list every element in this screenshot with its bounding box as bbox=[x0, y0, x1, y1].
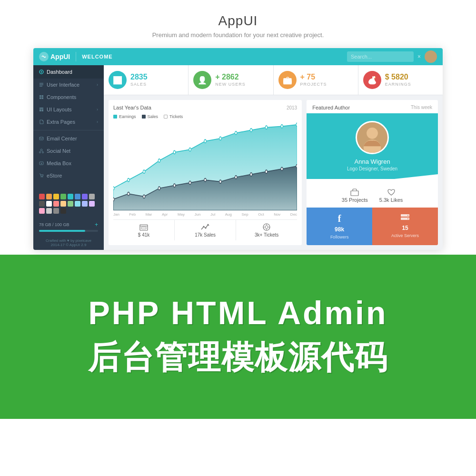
svg-point-32 bbox=[281, 125, 283, 128]
svg-point-3 bbox=[41, 71, 42, 73]
search-input[interactable] bbox=[347, 51, 414, 62]
svg-point-27 bbox=[204, 139, 206, 143]
sidebar-nav: User Interface › Components UI Layouts bbox=[33, 79, 104, 190]
sidebar: Dashboard User Interface › Components bbox=[33, 65, 104, 250]
facebook-button[interactable]: f 98k Followers bbox=[307, 208, 372, 245]
avatar[interactable] bbox=[425, 50, 437, 63]
sidebar-item-media-box[interactable]: Media Box bbox=[33, 157, 104, 169]
svg-point-13 bbox=[40, 152, 41, 153]
svg-point-23 bbox=[143, 170, 145, 173]
mini-stat-earnings-value: $ 41k bbox=[138, 232, 149, 238]
author-stat-projects: 35 Projects bbox=[342, 188, 368, 203]
color-palette bbox=[33, 190, 104, 218]
stat-info: + 75 PROJECTS bbox=[300, 73, 327, 87]
svg-point-29 bbox=[235, 131, 237, 135]
palette-color[interactable] bbox=[60, 208, 66, 214]
palette-color[interactable] bbox=[53, 208, 59, 214]
svg-point-25 bbox=[173, 150, 175, 154]
palette-color[interactable] bbox=[53, 194, 59, 199]
mini-stat-sales-value: 17k Sales bbox=[195, 232, 216, 238]
author-projects-value: 35 Projects bbox=[342, 197, 368, 203]
stat-icon: 📈 bbox=[109, 71, 127, 89]
palette-color[interactable] bbox=[46, 201, 52, 207]
stat-number: $ 5820 bbox=[385, 73, 411, 81]
palette-color[interactable] bbox=[75, 194, 80, 199]
palette-color[interactable] bbox=[53, 201, 59, 207]
active-servers-label: Active Servers bbox=[391, 233, 419, 238]
sidebar-item-email-center[interactable]: Email Center bbox=[33, 132, 104, 145]
stats-row: 📈 2835 SALES 👤 + 2862 NEW USERS 💼 + 75 P… bbox=[104, 65, 443, 95]
palette-color[interactable] bbox=[39, 194, 45, 199]
palette-color[interactable] bbox=[39, 201, 45, 207]
close-icon[interactable]: × bbox=[417, 53, 421, 60]
stat-info: 2835 SALES bbox=[130, 73, 148, 87]
sidebar-item-user-interface[interactable]: User Interface › bbox=[33, 79, 104, 91]
legend-sales-dot bbox=[142, 115, 146, 119]
svg-point-42 bbox=[235, 176, 237, 179]
stat-info: $ 5820 EARNINGS bbox=[385, 73, 411, 87]
stat-item: 📈 2835 SALES bbox=[104, 65, 188, 95]
svg-rect-6 bbox=[40, 98, 41, 99]
sidebar-dashboard[interactable]: Dashboard bbox=[33, 65, 104, 79]
svg-point-31 bbox=[265, 126, 267, 129]
svg-point-36 bbox=[143, 195, 145, 198]
palette-color[interactable] bbox=[82, 194, 88, 199]
chart-svg bbox=[113, 122, 297, 210]
sidebar-item-estore[interactable]: eStore bbox=[33, 169, 104, 182]
legend-tickets-dot bbox=[164, 115, 168, 119]
palette-color[interactable] bbox=[60, 194, 66, 199]
chart-year: 2013 bbox=[287, 105, 297, 110]
svg-rect-8 bbox=[40, 108, 43, 109]
banner-line2: 后台管理模板源代码 bbox=[88, 336, 388, 379]
palette-color[interactable] bbox=[46, 208, 52, 214]
palette-color[interactable] bbox=[39, 208, 45, 214]
active-servers-value: 15 bbox=[402, 225, 408, 231]
palette-color[interactable] bbox=[60, 201, 66, 207]
storage-label: 78 GB / 100 GB bbox=[39, 222, 69, 227]
legend-earnings: Earnings bbox=[113, 114, 136, 119]
palette-color[interactable] bbox=[89, 194, 95, 199]
mini-stat-earnings: $ 41k bbox=[113, 220, 175, 240]
topbar-divider bbox=[76, 52, 76, 61]
svg-point-53 bbox=[265, 226, 268, 228]
top-section: AppUI Premium and modern foundation for … bbox=[0, 0, 476, 48]
sidebar-item-social-net[interactable]: Social Net bbox=[33, 145, 104, 157]
svg-point-40 bbox=[204, 178, 206, 182]
banner-line1: PHP HTML Admin bbox=[89, 294, 388, 331]
svg-point-19 bbox=[41, 177, 42, 178]
footer-line1: Crafted with ♥ by pixelcave bbox=[39, 238, 98, 243]
sidebar-item-components[interactable]: Components bbox=[33, 91, 104, 103]
svg-point-39 bbox=[189, 181, 191, 184]
sidebar-item-extra-pages[interactable]: Extra Pages › bbox=[33, 116, 104, 128]
author-name: Anna Wigren bbox=[355, 158, 390, 165]
palette-color[interactable] bbox=[46, 194, 52, 199]
svg-rect-10 bbox=[42, 109, 44, 112]
chart-panel-header: Last Year's Data 2013 bbox=[113, 105, 297, 110]
palette-color[interactable] bbox=[68, 194, 73, 199]
stat-number: + 75 bbox=[300, 73, 327, 81]
storage-bar-bg bbox=[39, 230, 98, 232]
palette-color[interactable] bbox=[89, 201, 95, 207]
sidebar-item-ui-layouts[interactable]: UI Layouts › bbox=[33, 103, 104, 116]
author-panel-title: Featured Author bbox=[312, 105, 350, 110]
svg-point-24 bbox=[158, 159, 160, 162]
content-area: 📈 2835 SALES 👤 + 2862 NEW USERS 💼 + 75 P… bbox=[104, 65, 443, 250]
svg-point-20 bbox=[42, 177, 43, 178]
topbar-welcome: WELCOME bbox=[82, 54, 112, 60]
servers-button[interactable]: 15 Active Servers bbox=[372, 208, 438, 245]
chart-legend: Earnings Sales Tickets bbox=[113, 114, 297, 119]
main-layout: Dashboard User Interface › Components bbox=[33, 65, 443, 250]
facebook-icon: f bbox=[338, 213, 341, 224]
dashboard-container: AppUI WELCOME × Dashboard U bbox=[0, 48, 476, 255]
palette-color[interactable] bbox=[68, 201, 73, 207]
palette-color[interactable] bbox=[82, 201, 88, 207]
stat-icon: 👤 bbox=[193, 71, 211, 89]
footer-line2: 2014-17 © AppUI 2.9 bbox=[39, 243, 98, 247]
palette-color[interactable] bbox=[75, 201, 80, 207]
storage-add-button[interactable]: + bbox=[95, 221, 98, 228]
svg-rect-7 bbox=[42, 98, 44, 99]
svg-rect-4 bbox=[40, 95, 41, 97]
svg-point-41 bbox=[219, 180, 221, 183]
servers-icon bbox=[400, 213, 410, 223]
svg-point-46 bbox=[296, 165, 297, 168]
